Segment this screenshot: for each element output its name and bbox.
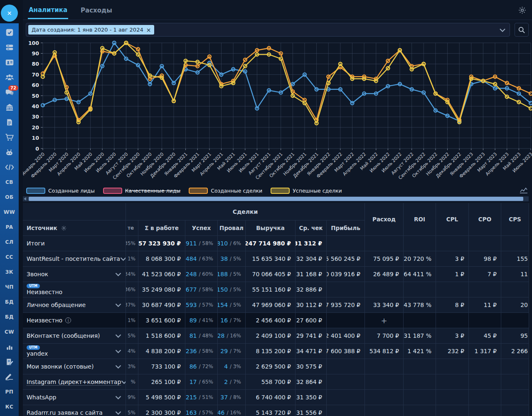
avg-check-cell: 30 575 ₽: [296, 359, 327, 374]
sidebar-item-device-icon[interactable]: [0, 40, 19, 55]
cps-cell: 95: [501, 328, 529, 344]
sum-in-work-cell: 1 518 600 ₽: [138, 328, 185, 344]
legend-item-2[interactable]: Созданные сделки: [189, 188, 262, 194]
sidebar-item-contact-card-icon[interactable]: [0, 55, 19, 70]
filter-dropdown-icon[interactable]: [500, 26, 505, 34]
sidebar-item-бд-19[interactable]: БД: [0, 310, 19, 324]
success-cell: 7 911/ 58%: [185, 236, 218, 251]
legend-item-0[interactable]: Созданные лиды: [26, 188, 95, 194]
row-expand-chevron-icon[interactable]: [115, 348, 121, 354]
sidebar-item-чп-17[interactable]: ЧП: [0, 280, 19, 295]
cpl-cell: [436, 313, 469, 328]
source-cell[interactable]: Неизвестноi: [23, 313, 126, 328]
settings-gear-icon[interactable]: [518, 6, 527, 16]
sidebar-item-people-icon[interactable]: [0, 70, 19, 85]
sidebar-item-tasks-icon[interactable]: [0, 25, 19, 40]
sidebar-item-signature-icon[interactable]: [0, 369, 19, 384]
filter-input[interactable]: Дата создания: 1 янв 2020 - 1 авг 2024 ×: [26, 23, 510, 37]
sidebar-item-code-icon[interactable]: [0, 160, 19, 175]
source-cell[interactable]: Итоги: [23, 236, 126, 251]
row-expand-chevron-icon[interactable]: [121, 379, 126, 385]
profit-cell: [327, 405, 365, 416]
sidebar-item-рп-24[interactable]: РП: [0, 384, 19, 399]
search-button[interactable]: [515, 23, 529, 37]
sidebar-item-сс-15[interactable]: СС: [0, 250, 19, 265]
avg-check-cell: 30 112 ₽: [296, 297, 327, 313]
source-cell[interactable]: ВКонтакте (сообщения): [23, 328, 126, 344]
sidebar-item-св-10[interactable]: СВ: [0, 175, 19, 190]
success-cell: 17/ 65%: [185, 374, 218, 390]
tab-expenses[interactable]: Расходы: [80, 1, 113, 18]
fail-cell: 150/ 5%: [218, 282, 246, 297]
row-expand-chevron-icon[interactable]: [115, 363, 121, 370]
cpo-cell: 45 ₽: [469, 328, 501, 344]
sidebar-item-robot-icon[interactable]: [0, 145, 19, 160]
row-expand-chevron-icon[interactable]: [115, 409, 121, 416]
legend-item-3[interactable]: Успешные сделки: [271, 188, 342, 194]
header-spacer: [23, 203, 126, 220]
cpo-cell: [469, 236, 501, 251]
cpo-cell: 98 ₽: [469, 251, 501, 267]
expense-cell: [365, 374, 404, 390]
row-expand-chevron-icon[interactable]: [115, 332, 121, 339]
info-icon[interactable]: i: [65, 317, 71, 323]
row-expand-chevron-icon[interactable]: [115, 271, 121, 277]
revenue-cell: 6 740 400 ₽: [246, 390, 296, 405]
roi-cell: 1 421 %: [404, 344, 436, 359]
table-row-7: UTMyandex4%4 838 200 ₽236/ 58%29/ 7%8 13…: [23, 344, 529, 359]
source-cell[interactable]: WhatsApp: [23, 390, 126, 405]
filter-chip[interactable]: Дата создания: 1 янв 2020 - 1 авг 2024 ×: [28, 25, 154, 35]
source-cell[interactable]: UTMyandex: [23, 344, 126, 359]
tab-analytics[interactable]: Аналитика: [28, 1, 68, 19]
avg-check-cell: 31 350 ₽: [296, 390, 327, 405]
source-cell[interactable]: Звонок: [23, 267, 126, 282]
table-settings-gear-icon[interactable]: [61, 225, 67, 231]
row-expand-chevron-icon[interactable]: [115, 302, 121, 308]
scroll-left-arrow-icon[interactable]: [24, 197, 26, 201]
row-expand-chevron-icon[interactable]: [115, 394, 121, 401]
sidebar-item-зк-16[interactable]: ЗК: [0, 265, 19, 280]
sidebar-item-кс-25[interactable]: КС: [0, 399, 19, 414]
sidebar-item-pa-13[interactable]: PA: [0, 220, 19, 235]
profit-cell: [327, 359, 365, 374]
fail-cell: 4/ 3%: [218, 359, 246, 374]
source-cell[interactable]: Мои звонки (сотовые): [23, 359, 126, 374]
sidebar-item-сл-14[interactable]: СЛ: [0, 235, 19, 250]
chart-type-icon[interactable]: [520, 187, 528, 195]
source-cell[interactable]: Instagram (директ+комментар: [23, 374, 126, 390]
sidebar-close-button[interactable]: ×: [1, 5, 18, 22]
sidebar-item-bank-icon[interactable]: [0, 100, 19, 115]
expense-cell: [365, 405, 404, 416]
avg-check-cell: 27 600 ₽: [296, 313, 327, 328]
chart-legend: Созданные лидыКачественные лидыСозданные…: [26, 186, 342, 195]
horizontal-scrollbar-thumb[interactable]: [29, 197, 523, 201]
cpl-cell: [436, 236, 469, 251]
sidebar-item-doc-edit-icon[interactable]: [0, 354, 19, 369]
source-cell[interactable]: WantResult - посетитель сайта: [23, 251, 126, 267]
row-expand-chevron-icon[interactable]: [120, 255, 126, 262]
sidebar-item-document-icon[interactable]: [0, 115, 19, 130]
profit-cell: 70 039 916 ₽: [327, 267, 365, 282]
utm-badge: UTM: [27, 284, 40, 288]
sidebar-item-ww-12[interactable]: WW: [0, 205, 19, 220]
tabs-row: Аналитика Расходы: [23, 0, 532, 20]
add-expense-button[interactable]: +: [365, 313, 404, 328]
sidebar-item-об-11[interactable]: ОБ: [0, 190, 19, 205]
roi-cell: [404, 236, 436, 251]
revenue-cell: 15 635 340 ₽: [246, 251, 296, 267]
source-cell[interactable]: UTMНеизвестно: [23, 282, 126, 297]
sidebar-item-chat-icon[interactable]: 72: [0, 85, 19, 100]
sidebar-item-cart-icon[interactable]: [0, 130, 19, 145]
horizontal-scrollbar[interactable]: [23, 196, 529, 201]
avg-check-cell: 34 471 ₽: [296, 344, 327, 359]
source-cell[interactable]: Личное обращение: [23, 297, 126, 313]
chip-remove-icon[interactable]: ×: [146, 28, 151, 32]
sidebar-item-cw-20[interactable]: CW: [0, 324, 19, 339]
sidebar-item-бд-18[interactable]: БД: [0, 295, 19, 310]
sum-in-work-cell: 2 300 300 ₽: [138, 405, 185, 416]
column-header-6: Ср. чек: [296, 220, 327, 236]
roi-cell: [404, 374, 436, 390]
source-cell[interactable]: Radarrr.ru заявка с сайта: [23, 405, 126, 416]
legend-item-1[interactable]: Качественные лиды: [103, 188, 180, 194]
sidebar-item-bar-chart-icon[interactable]: [0, 339, 19, 354]
